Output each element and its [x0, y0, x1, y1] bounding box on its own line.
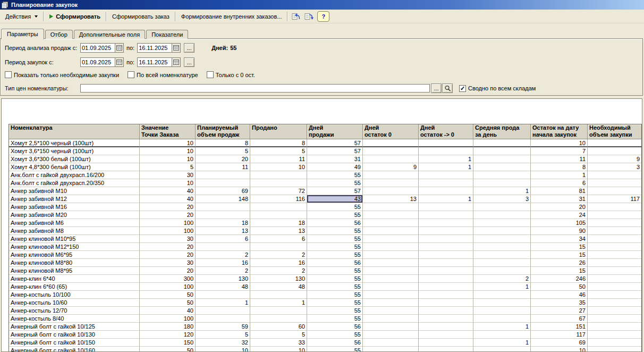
cell[interactable]	[363, 323, 419, 331]
table-row[interactable]: Анк.болт с гайкой двухрасп.20/35010556	[9, 179, 641, 187]
cell[interactable]	[419, 227, 473, 235]
cell[interactable]: 57	[307, 139, 363, 147]
save-settings-button[interactable]	[302, 11, 315, 22]
table-row[interactable]: Анкер-клин 6*60 (65)100484855150	[9, 283, 641, 291]
table-row[interactable]: Анкер забивной М124014811643131331117	[9, 195, 641, 203]
cell[interactable]	[196, 307, 250, 315]
cell[interactable]: 10	[140, 147, 196, 155]
cell[interactable]	[419, 339, 473, 347]
cell[interactable]	[196, 203, 250, 211]
cell[interactable]: 56	[307, 259, 363, 267]
cell[interactable]: 40	[140, 187, 196, 195]
cell[interactable]: Анкерный болт с гайкой 10/125	[9, 323, 140, 331]
cell[interactable]	[363, 171, 419, 179]
cell[interactable]	[588, 251, 641, 259]
cell[interactable]	[588, 299, 641, 307]
calendar-icon[interactable]	[172, 58, 180, 66]
cell[interactable]: Хомут 2,5*100 черный (100шт)	[9, 139, 140, 147]
cell[interactable]: 7	[531, 147, 588, 155]
cell[interactable]: 117	[531, 331, 588, 339]
cell[interactable]: 48	[196, 283, 250, 291]
cell[interactable]: 3	[588, 163, 641, 171]
cell[interactable]: 55	[307, 179, 363, 187]
cell[interactable]: 34	[531, 235, 588, 243]
cell[interactable]: Анкер-костыль 12/70	[9, 307, 140, 315]
cell[interactable]: 130	[250, 275, 307, 283]
table-row[interactable]: Анкер клиновой М8*803016165626	[9, 259, 641, 267]
cell[interactable]: 31	[531, 195, 588, 203]
all-warehouses-checkbox[interactable]: ✓ Сводно по всем складам	[459, 85, 536, 92]
cell[interactable]: 40	[140, 307, 196, 315]
cell[interactable]	[419, 203, 473, 211]
cell[interactable]: 18	[250, 219, 307, 227]
table-row[interactable]: Анкер забивной М1040697257181	[9, 187, 641, 195]
cell[interactable]	[473, 179, 531, 187]
cell[interactable]: 11	[196, 163, 250, 171]
cell[interactable]: 10	[196, 347, 250, 352]
cell[interactable]: 120	[140, 331, 196, 339]
cell[interactable]: Анкер забивной М10	[9, 187, 140, 195]
cell[interactable]: 5	[250, 331, 307, 339]
cell[interactable]	[363, 155, 419, 163]
cell[interactable]: 50	[140, 347, 196, 352]
cell[interactable]: Анкер клиновой М6*95	[9, 251, 140, 259]
cell[interactable]	[196, 179, 250, 187]
cell[interactable]: 9	[588, 155, 641, 163]
cell[interactable]: 50	[140, 291, 196, 299]
option-checkbox-2[interactable]: По всей номенклатуре	[128, 71, 198, 78]
column-header[interactable]: Средняя прода за день	[473, 124, 531, 139]
cell[interactable]: 55	[307, 227, 363, 235]
cell[interactable]: Анкер клиновой М10*95	[9, 235, 140, 243]
cell[interactable]	[363, 219, 419, 227]
selected-cell[interactable]: 43	[307, 195, 363, 203]
sales-from-input[interactable]	[81, 44, 115, 52]
purchase-to-input[interactable]	[138, 58, 172, 66]
cell[interactable]	[588, 139, 641, 147]
table-row[interactable]: Анкер-костыль 12/70405527	[9, 307, 641, 315]
price-type-input[interactable]	[80, 84, 430, 93]
help-button[interactable]: ?	[317, 11, 329, 22]
cell[interactable]	[588, 331, 641, 339]
cell[interactable]: 6	[531, 179, 588, 187]
cell[interactable]	[473, 331, 531, 339]
checkbox-box[interactable]	[5, 71, 12, 78]
cell[interactable]	[419, 267, 473, 275]
cell[interactable]: 55	[307, 331, 363, 339]
cell[interactable]: 11	[250, 155, 307, 163]
cell[interactable]: 81	[531, 187, 588, 195]
cell[interactable]	[363, 275, 419, 283]
cell[interactable]: 2	[250, 251, 307, 259]
cell[interactable]	[588, 179, 641, 187]
cell[interactable]	[419, 315, 473, 323]
cell[interactable]: 150	[140, 339, 196, 347]
purchase-period-picker-button[interactable]: ...	[184, 57, 194, 67]
cell[interactable]: 26	[531, 259, 588, 267]
cell[interactable]: 72	[250, 187, 307, 195]
cell[interactable]	[363, 259, 419, 267]
cell[interactable]: 130	[196, 275, 250, 283]
cell[interactable]: 48	[250, 283, 307, 291]
sales-period-picker-button[interactable]: ...	[184, 43, 194, 53]
cell[interactable]	[363, 291, 419, 299]
cell[interactable]: 59	[196, 323, 250, 331]
cell[interactable]: 5	[250, 147, 307, 155]
cell[interactable]: 16	[250, 259, 307, 267]
cell[interactable]	[473, 259, 531, 267]
cell[interactable]	[419, 139, 473, 147]
cell[interactable]	[588, 235, 641, 243]
cell[interactable]: Анкер-костыль 10/100	[9, 291, 140, 299]
cell[interactable]	[419, 187, 473, 195]
cell[interactable]: Анк.болт с гайкой двухрасп.16/200	[9, 171, 140, 179]
cell[interactable]: 100	[140, 219, 196, 227]
calendar-icon[interactable]	[115, 44, 123, 52]
cell[interactable]: 55	[307, 315, 363, 323]
cell[interactable]	[473, 307, 531, 315]
cell[interactable]: Анкер-клин 6*60 (65)	[9, 283, 140, 291]
cell[interactable]	[473, 203, 531, 211]
cell[interactable]	[473, 139, 531, 147]
cell[interactable]: 1	[419, 195, 473, 203]
cell[interactable]	[363, 227, 419, 235]
table-row[interactable]: Анкер забивной М20205524	[9, 211, 641, 219]
cell[interactable]	[419, 283, 473, 291]
cell[interactable]	[363, 315, 419, 323]
